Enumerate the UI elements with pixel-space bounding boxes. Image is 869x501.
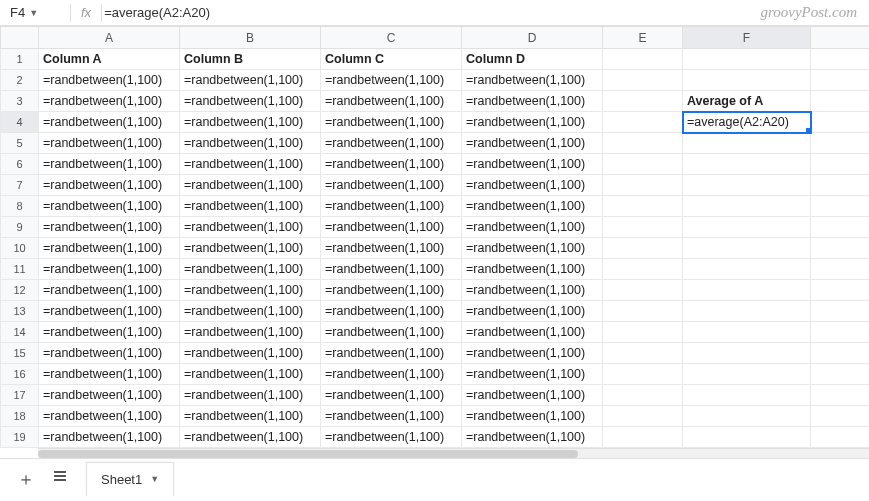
cell-D11[interactable]: =randbetween(1,100) [462, 259, 603, 280]
cell-C15[interactable]: =randbetween(1,100) [321, 343, 462, 364]
row-header[interactable]: 3 [1, 91, 39, 112]
row-header[interactable]: 19 [1, 427, 39, 448]
scrollbar-thumb[interactable] [38, 450, 578, 458]
cell-A13[interactable]: =randbetween(1,100) [39, 301, 180, 322]
cell-A10[interactable]: =randbetween(1,100) [39, 238, 180, 259]
row-header[interactable]: 4 [1, 112, 39, 133]
cell-G15[interactable] [811, 343, 870, 364]
cell-D9[interactable]: =randbetween(1,100) [462, 217, 603, 238]
cell-A6[interactable]: =randbetween(1,100) [39, 154, 180, 175]
cell-C1[interactable]: Column C [321, 49, 462, 70]
cell-F3[interactable]: Average of A [683, 91, 811, 112]
cell-G13[interactable] [811, 301, 870, 322]
row-header[interactable]: 8 [1, 196, 39, 217]
cell-C5[interactable]: =randbetween(1,100) [321, 133, 462, 154]
cell-F2[interactable] [683, 70, 811, 91]
cell-F13[interactable] [683, 301, 811, 322]
cell-E5[interactable] [603, 133, 683, 154]
cell-B11[interactable]: =randbetween(1,100) [180, 259, 321, 280]
row-header[interactable]: 12 [1, 280, 39, 301]
cell-B16[interactable]: =randbetween(1,100) [180, 364, 321, 385]
cell-F7[interactable] [683, 175, 811, 196]
cell-A12[interactable]: =randbetween(1,100) [39, 280, 180, 301]
col-header-b[interactable]: B [180, 27, 321, 49]
cell-E19[interactable] [603, 427, 683, 448]
cell-G4[interactable] [811, 112, 870, 133]
cell-C10[interactable]: =randbetween(1,100) [321, 238, 462, 259]
cell-E6[interactable] [603, 154, 683, 175]
cell-A1[interactable]: Column A [39, 49, 180, 70]
cell-B12[interactable]: =randbetween(1,100) [180, 280, 321, 301]
horizontal-scrollbar[interactable] [38, 448, 869, 458]
cell-E2[interactable] [603, 70, 683, 91]
cell-A2[interactable]: =randbetween(1,100) [39, 70, 180, 91]
col-header-d[interactable]: D [462, 27, 603, 49]
cell-G10[interactable] [811, 238, 870, 259]
cell-F9[interactable] [683, 217, 811, 238]
cell-D5[interactable]: =randbetween(1,100) [462, 133, 603, 154]
cell-E11[interactable] [603, 259, 683, 280]
cell-E15[interactable] [603, 343, 683, 364]
cell-F14[interactable] [683, 322, 811, 343]
cell-B7[interactable]: =randbetween(1,100) [180, 175, 321, 196]
cell-F12[interactable] [683, 280, 811, 301]
cell-D14[interactable]: =randbetween(1,100) [462, 322, 603, 343]
cell-E13[interactable] [603, 301, 683, 322]
row-header[interactable]: 16 [1, 364, 39, 385]
cell-F10[interactable] [683, 238, 811, 259]
cell-C16[interactable]: =randbetween(1,100) [321, 364, 462, 385]
cell-F18[interactable] [683, 406, 811, 427]
cell-A5[interactable]: =randbetween(1,100) [39, 133, 180, 154]
col-header-c[interactable]: C [321, 27, 462, 49]
cell-G7[interactable] [811, 175, 870, 196]
sheet-tab[interactable]: Sheet1 ▼ [86, 462, 174, 496]
cell-C2[interactable]: =randbetween(1,100) [321, 70, 462, 91]
spreadsheet-grid[interactable]: A B C D E F 1Column AColumn BColumn CCol… [0, 26, 869, 458]
cell-A19[interactable]: =randbetween(1,100) [39, 427, 180, 448]
cell-F11[interactable] [683, 259, 811, 280]
cell-C7[interactable]: =randbetween(1,100) [321, 175, 462, 196]
row-header[interactable]: 1 [1, 49, 39, 70]
cell-C14[interactable]: =randbetween(1,100) [321, 322, 462, 343]
cell-E12[interactable] [603, 280, 683, 301]
cell-C12[interactable]: =randbetween(1,100) [321, 280, 462, 301]
cell-B14[interactable]: =randbetween(1,100) [180, 322, 321, 343]
cell-B19[interactable]: =randbetween(1,100) [180, 427, 321, 448]
cell-C13[interactable]: =randbetween(1,100) [321, 301, 462, 322]
cell-G1[interactable] [811, 49, 870, 70]
cell-B2[interactable]: =randbetween(1,100) [180, 70, 321, 91]
cell-B18[interactable]: =randbetween(1,100) [180, 406, 321, 427]
cell-G14[interactable] [811, 322, 870, 343]
cell-B6[interactable]: =randbetween(1,100) [180, 154, 321, 175]
row-header[interactable]: 2 [1, 70, 39, 91]
cell-F19[interactable] [683, 427, 811, 448]
cell-E10[interactable] [603, 238, 683, 259]
cell-F8[interactable] [683, 196, 811, 217]
cell-E8[interactable] [603, 196, 683, 217]
cell-A4[interactable]: =randbetween(1,100) [39, 112, 180, 133]
cell-G8[interactable] [811, 196, 870, 217]
cell-D16[interactable]: =randbetween(1,100) [462, 364, 603, 385]
cell-G19[interactable] [811, 427, 870, 448]
cell-D8[interactable]: =randbetween(1,100) [462, 196, 603, 217]
col-header-a[interactable]: A [39, 27, 180, 49]
cell-A9[interactable]: =randbetween(1,100) [39, 217, 180, 238]
cell-B8[interactable]: =randbetween(1,100) [180, 196, 321, 217]
cell-D4[interactable]: =randbetween(1,100) [462, 112, 603, 133]
cell-B15[interactable]: =randbetween(1,100) [180, 343, 321, 364]
cell-B4[interactable]: =randbetween(1,100) [180, 112, 321, 133]
cell-D7[interactable]: =randbetween(1,100) [462, 175, 603, 196]
row-header[interactable]: 18 [1, 406, 39, 427]
cell-E3[interactable] [603, 91, 683, 112]
row-header[interactable]: 10 [1, 238, 39, 259]
cell-D1[interactable]: Column D [462, 49, 603, 70]
row-header[interactable]: 7 [1, 175, 39, 196]
cell-E18[interactable] [603, 406, 683, 427]
cell-A15[interactable]: =randbetween(1,100) [39, 343, 180, 364]
cell-D12[interactable]: =randbetween(1,100) [462, 280, 603, 301]
cell-B1[interactable]: Column B [180, 49, 321, 70]
cell-E16[interactable] [603, 364, 683, 385]
cell-C11[interactable]: =randbetween(1,100) [321, 259, 462, 280]
cell-E14[interactable] [603, 322, 683, 343]
select-all-corner[interactable] [1, 27, 39, 49]
